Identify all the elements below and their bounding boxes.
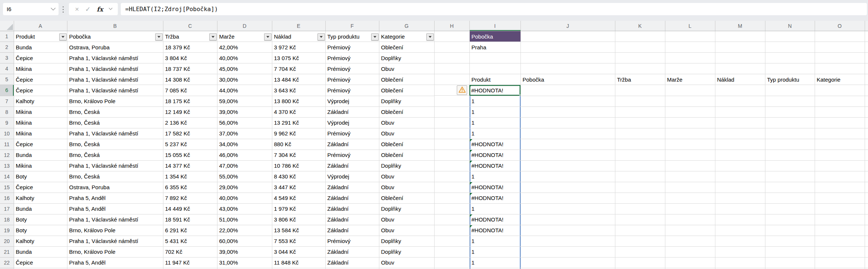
cell-J6[interactable] <box>521 85 615 96</box>
cell-E6[interactable]: 3 643 Kč <box>272 85 325 96</box>
cell-G3[interactable]: Doplňky <box>379 53 434 63</box>
cell-L9[interactable] <box>665 117 715 128</box>
cell-A19[interactable]: Boty <box>14 225 67 236</box>
row-header-19[interactable]: 19 <box>0 225 14 236</box>
cell-J22[interactable] <box>521 257 615 268</box>
cell-H6[interactable] <box>435 85 470 96</box>
cell-A16[interactable]: Kalhoty <box>14 193 67 203</box>
cell-B18[interactable]: Praha 1, Václavské náměstí <box>67 214 163 225</box>
cell-D5[interactable]: 30,00% <box>217 74 272 85</box>
cell-C18[interactable]: 18 591 Kč <box>163 214 217 225</box>
cell-I19[interactable]: #HODNOTA! <box>469 225 521 236</box>
cell-B14[interactable]: Brno, Česká <box>67 171 163 182</box>
cell-K22[interactable] <box>615 257 665 268</box>
cell-F21[interactable]: Základní <box>325 246 379 257</box>
cell-E10[interactable]: 9 962 Kč <box>272 128 325 139</box>
cell-D9[interactable]: 56,00% <box>217 117 272 128</box>
cell-C4[interactable]: 18 737 Kč <box>163 63 217 74</box>
cell-B19[interactable]: Brno, Královo Pole <box>67 225 163 236</box>
cell-G21[interactable]: Doplňky <box>379 246 434 257</box>
cell-D4[interactable]: 45,00% <box>217 63 272 74</box>
cell-G6[interactable]: Oblečení <box>379 85 434 96</box>
row-header-13[interactable]: 13 <box>0 160 14 171</box>
column-header-D[interactable]: D <box>217 21 272 31</box>
cell-E3[interactable]: 13 075 Kč <box>272 53 325 63</box>
cell-M9[interactable] <box>715 117 765 128</box>
formula-input[interactable]: =HLEDAT(I2;Zdroj[Pobočka]) <box>121 3 867 15</box>
cell-O16[interactable] <box>815 193 865 203</box>
cell-stub4[interactable] <box>865 63 868 74</box>
select-all-corner[interactable] <box>0 21 14 31</box>
cell-C22[interactable]: 11 947 Kč <box>163 257 217 268</box>
cell-C11[interactable]: 5 237 Kč <box>163 139 217 150</box>
cell-M8[interactable] <box>715 106 765 117</box>
cell-C5[interactable]: 14 308 Kč <box>163 74 217 85</box>
cell-O9[interactable] <box>815 117 865 128</box>
cell-J14[interactable] <box>521 171 615 182</box>
cell-K19[interactable] <box>615 225 665 236</box>
cell-N18[interactable] <box>765 214 815 225</box>
cell-K9[interactable] <box>615 117 665 128</box>
row-header-22[interactable]: 22 <box>0 257 14 268</box>
cell-stub18[interactable] <box>865 214 868 225</box>
cell-B5[interactable]: Praha 1, Václavské náměstí <box>67 74 163 85</box>
cell-M10[interactable] <box>715 128 765 139</box>
cell-O6[interactable] <box>815 85 865 96</box>
cell-K4[interactable] <box>615 63 665 74</box>
cell-B4[interactable]: Praha 1, Václavské náměstí <box>67 63 163 74</box>
cell-N4[interactable] <box>765 63 815 74</box>
cell-stub19[interactable] <box>865 225 868 236</box>
cell-K3[interactable] <box>615 53 665 63</box>
row-header-5[interactable]: 5 <box>0 74 14 85</box>
cell-H18[interactable] <box>434 214 469 225</box>
row-header-7[interactable]: 7 <box>0 96 14 106</box>
cell-M6[interactable] <box>715 85 765 96</box>
cell-N14[interactable] <box>765 171 815 182</box>
cell-F19[interactable]: Základní <box>325 225 379 236</box>
cell-L18[interactable] <box>665 214 715 225</box>
cell-D19[interactable]: 22,00% <box>217 225 272 236</box>
cell-I17[interactable]: 1 <box>469 203 521 214</box>
cell-stub21[interactable] <box>865 246 868 257</box>
cell-N12[interactable] <box>765 150 815 160</box>
cell-I20[interactable]: 1 <box>469 236 521 246</box>
cell-F3[interactable]: Prémiový <box>325 53 379 63</box>
cell-L17[interactable] <box>665 203 715 214</box>
cell-K5[interactable]: Tržba <box>615 74 665 85</box>
cell-F12[interactable]: Prémiový <box>325 150 379 160</box>
cell-A3[interactable]: Čepice <box>14 53 67 63</box>
cell-L8[interactable] <box>665 106 715 117</box>
cell-O3[interactable] <box>815 53 865 63</box>
cell-L19[interactable] <box>665 225 715 236</box>
cell-F16[interactable]: Základní <box>325 193 379 203</box>
cell-J17[interactable] <box>521 203 615 214</box>
cell-J13[interactable] <box>521 160 615 171</box>
cell-M20[interactable] <box>715 236 765 246</box>
cell-O8[interactable] <box>815 106 865 117</box>
cell-D3[interactable]: 40,00% <box>217 53 272 63</box>
cell-C15[interactable]: 6 355 Kč <box>163 182 217 193</box>
cell-B8[interactable]: Brno, Česká <box>67 106 163 117</box>
cell-D1[interactable]: Marže <box>217 31 272 42</box>
enter-icon[interactable]: ✓ <box>85 6 91 13</box>
cell-M5[interactable]: Náklad <box>715 74 765 85</box>
cell-J18[interactable] <box>521 214 615 225</box>
cell-L1[interactable] <box>665 31 715 42</box>
cell-M2[interactable] <box>715 42 765 53</box>
cell-I9[interactable]: 1 <box>469 117 521 128</box>
cell-stub10[interactable] <box>865 128 868 139</box>
row-header-12[interactable]: 12 <box>0 150 14 160</box>
cell-K15[interactable] <box>615 182 665 193</box>
cancel-icon[interactable]: × <box>75 6 79 13</box>
cell-M14[interactable] <box>715 171 765 182</box>
cell-D14[interactable]: 55,00% <box>217 171 272 182</box>
cell-L13[interactable] <box>665 160 715 171</box>
cell-E19[interactable]: 13 584 Kč <box>272 225 325 236</box>
cell-M22[interactable] <box>715 257 765 268</box>
cell-E8[interactable]: 4 370 Kč <box>272 106 325 117</box>
cell-M4[interactable] <box>715 63 765 74</box>
cell-N9[interactable] <box>765 117 815 128</box>
cell-H12[interactable] <box>434 150 469 160</box>
cell-O21[interactable] <box>815 246 865 257</box>
cell-I18[interactable]: #HODNOTA! <box>469 214 521 225</box>
